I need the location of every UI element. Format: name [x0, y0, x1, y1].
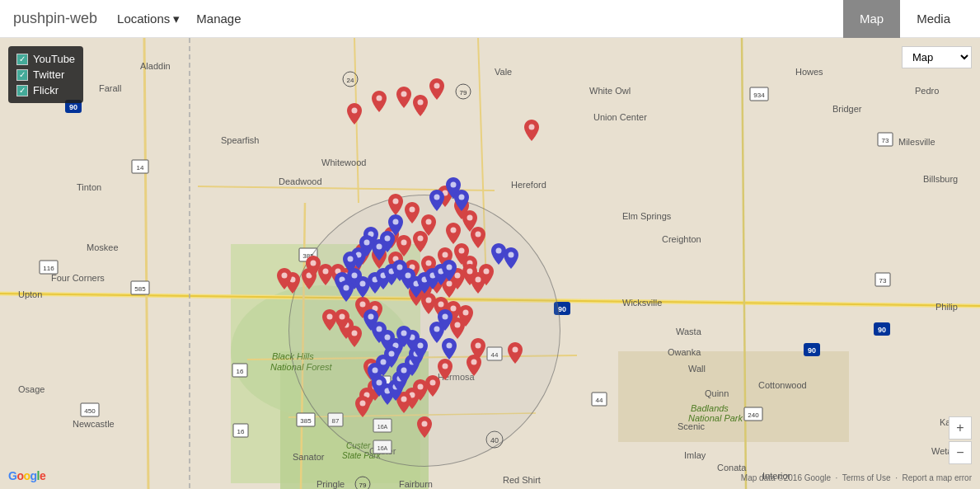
map-pin-red[interactable]: [471, 227, 485, 252]
svg-text:Cottonwood: Cottonwood: [758, 380, 807, 390]
youtube-checkbox[interactable]: ✓: [16, 54, 28, 65]
svg-text:90: 90: [558, 305, 566, 313]
legend-item-youtube[interactable]: ✓ YouTube: [16, 53, 75, 65]
map-pin-red[interactable]: [347, 103, 362, 129]
svg-point-214: [373, 368, 378, 374]
map-type-select[interactable]: Map Satellite Terrain Hybrid: [902, 46, 972, 68]
map-pin-red[interactable]: [405, 202, 420, 228]
svg-point-164: [513, 347, 518, 353]
svg-point-185: [393, 219, 399, 225]
svg-text:Newcastle: Newcastle: [73, 419, 115, 429]
svg-text:Deadwood: Deadwood: [279, 176, 322, 186]
svg-text:44: 44: [596, 397, 603, 404]
nav-manage[interactable]: Manage: [196, 12, 241, 26]
svg-text:Elm Springs: Elm Springs: [622, 211, 672, 221]
svg-text:Imlay: Imlay: [684, 450, 706, 460]
twitter-checkbox[interactable]: ✓: [16, 69, 28, 81]
svg-text:16: 16: [237, 428, 245, 435]
svg-point-184: [459, 195, 465, 200]
svg-text:Philip: Philip: [935, 302, 958, 312]
svg-text:Billsburg: Billsburg: [923, 174, 958, 184]
map-pin-red[interactable]: [413, 231, 428, 256]
svg-point-119: [401, 92, 407, 97]
map-pin-red[interactable]: [413, 95, 428, 120]
svg-point-161: [463, 310, 469, 316]
svg-text:Wicksville: Wicksville: [622, 298, 662, 308]
map-pin-blue[interactable]: [454, 190, 469, 215]
legend-item-twitter[interactable]: ✓ Twitter: [16, 68, 75, 81]
svg-text:73: 73: [882, 137, 889, 144]
svg-point-227: [434, 327, 440, 332]
svg-text:73: 73: [879, 277, 887, 284]
zoom-out-button[interactable]: −: [949, 441, 972, 464]
svg-point-128: [426, 219, 432, 225]
map-pin-blue[interactable]: [442, 260, 457, 285]
map-pin-red[interactable]: [524, 120, 539, 145]
svg-text:385: 385: [300, 417, 312, 425]
svg-text:Red Shirt: Red Shirt: [503, 475, 541, 485]
svg-text:Milesville: Milesville: [898, 137, 935, 147]
map-pin-red[interactable]: [508, 342, 523, 368]
svg-text:Union Center: Union Center: [593, 112, 647, 122]
map-pin-blue[interactable]: [429, 322, 444, 347]
svg-point-189: [364, 240, 370, 246]
svg-point-177: [340, 314, 345, 320]
svg-text:79: 79: [359, 482, 367, 489]
map-pin-blue[interactable]: [429, 190, 444, 215]
flickr-label: Flickr: [33, 84, 59, 96]
map-pin-red[interactable]: [417, 416, 432, 442]
tab-media[interactable]: Media: [900, 0, 967, 38]
terms-of-use-link[interactable]: Terms of Use: [842, 473, 891, 482]
map-pin-red[interactable]: [277, 268, 292, 294]
svg-text:40: 40: [490, 436, 499, 444]
svg-text:Whitewood: Whitewood: [321, 158, 366, 167]
map-pin-blue[interactable]: [339, 280, 354, 306]
svg-point-225: [447, 343, 452, 349]
svg-text:Spearfish: Spearfish: [221, 135, 259, 145]
map-pin-blue[interactable]: [396, 326, 411, 351]
svg-text:14: 14: [137, 164, 144, 172]
svg-text:White Owl: White Owl: [589, 86, 631, 96]
report-map-error-link[interactable]: Report a map error: [903, 473, 972, 482]
svg-text:Vale: Vale: [495, 67, 512, 77]
map-container[interactable]: Aladdin Farall Spearfish Deadwood Whitew…: [0, 38, 980, 489]
svg-point-121: [418, 100, 424, 106]
svg-point-207: [509, 252, 514, 258]
svg-point-179: [360, 302, 366, 308]
map-pin-red[interactable]: [396, 87, 411, 112]
zoom-in-button[interactable]: +: [949, 416, 972, 440]
map-pin-red[interactable]: [429, 78, 444, 104]
nav-locations[interactable]: Locations ▾: [117, 12, 180, 26]
svg-text:44: 44: [491, 351, 499, 359]
svg-point-224: [401, 331, 407, 336]
svg-text:Badlands: Badlands: [691, 403, 729, 413]
flickr-checkbox[interactable]: ✓: [16, 85, 28, 96]
svg-text:Pedro: Pedro: [915, 86, 939, 96]
locations-label: Locations: [117, 12, 170, 26]
svg-text:240: 240: [748, 411, 759, 419]
map-pin-red[interactable]: [372, 91, 387, 116]
tab-map[interactable]: Map: [843, 0, 900, 38]
youtube-label: YouTube: [33, 53, 75, 65]
svg-point-182: [451, 182, 457, 188]
map-pin-blue[interactable]: [504, 247, 518, 273]
svg-text:Sanator: Sanator: [293, 452, 325, 462]
map-type-control[interactable]: Map Satellite Terrain Hybrid: [902, 46, 972, 68]
svg-point-166: [443, 364, 448, 369]
map-pin-red[interactable]: [322, 309, 337, 335]
map-pin-red[interactable]: [306, 256, 321, 281]
svg-text:Black Hills: Black Hills: [272, 351, 314, 361]
svg-point-146: [282, 273, 288, 279]
svg-point-191: [348, 256, 354, 262]
svg-point-134: [459, 248, 465, 254]
svg-text:450: 450: [84, 407, 96, 415]
svg-rect-4: [618, 351, 849, 442]
svg-point-132: [451, 228, 457, 233]
svg-text:Owanka: Owanka: [668, 347, 701, 357]
map-pin-red[interactable]: [467, 355, 481, 380]
svg-point-165: [471, 360, 477, 365]
svg-text:16A: 16A: [377, 424, 388, 430]
map-pin-red[interactable]: [355, 396, 370, 421]
legend-item-flickr[interactable]: ✓ Flickr: [16, 84, 75, 96]
svg-point-208: [368, 314, 374, 320]
